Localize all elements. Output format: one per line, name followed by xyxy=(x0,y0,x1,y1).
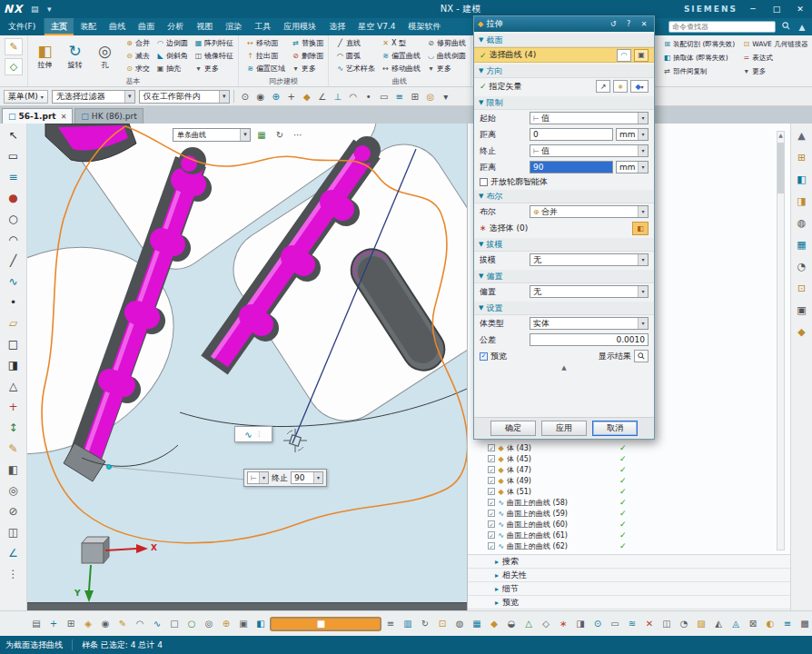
visibility-checkbox-icon[interactable]: ✓ xyxy=(488,466,495,473)
mini-selection-toolbar[interactable]: ∿ ⋮ xyxy=(234,426,272,442)
bb-datum-icon[interactable]: ◇ xyxy=(539,617,553,631)
ok-button[interactable]: 确定 xyxy=(490,421,536,436)
circle-icon[interactable]: ○ xyxy=(4,208,24,229)
mirror-feature-button[interactable]: ◫ 镜像特征 xyxy=(192,49,236,62)
visibility-checkbox-icon[interactable]: ✓ xyxy=(488,542,495,550)
bb-spline-icon[interactable]: ∿ xyxy=(150,617,164,631)
interpart-copy-button[interactable]: ⇄ 部件间复制 xyxy=(660,64,738,78)
mid-point-icon[interactable]: ⊕ xyxy=(269,89,283,104)
csys-icon[interactable]: + xyxy=(4,396,24,417)
dialog-collapse-arrow[interactable]: ▲ xyxy=(474,364,654,373)
bb-box-icon[interactable]: □ xyxy=(167,617,182,631)
bb-plus-icon[interactable]: + xyxy=(46,617,61,631)
boolean-dropdown[interactable]: ⊕ 合并 ▾ xyxy=(530,205,649,218)
orient-view-icon[interactable]: ◔ xyxy=(794,258,810,274)
curve-select-icon[interactable]: ◠ xyxy=(617,49,631,62)
bb-circle-icon[interactable]: ○ xyxy=(184,617,199,631)
offset-dropdown[interactable]: 无 ▾ xyxy=(530,285,649,298)
expand-arrow-icon[interactable]: ▸ xyxy=(495,599,499,607)
line-icon[interactable]: ╱ xyxy=(4,250,24,271)
bb-shade-icon[interactable]: ◍ xyxy=(452,617,467,631)
intersect-button[interactable]: ⊙ 求交 xyxy=(123,62,153,74)
viewport-canvas[interactable] xyxy=(27,124,467,602)
datum-plane-button[interactable]: ◇ xyxy=(5,58,23,75)
visibility-checkbox-icon[interactable]: ✓ xyxy=(488,510,495,517)
intersection-icon[interactable]: + xyxy=(284,89,299,104)
visibility-checkbox-icon[interactable]: ✓ xyxy=(488,520,495,528)
region-select-icon[interactable]: ▣ xyxy=(634,49,649,62)
specify-vector-row[interactable]: ✓ 指定矢量 ↗ ∗ ◆▾ xyxy=(474,78,654,94)
select-curve-row[interactable]: ✓ 选择曲线 (4) ◠ ▣ xyxy=(474,47,654,63)
draft-dropdown[interactable]: 无 ▾ xyxy=(530,253,649,266)
curve-blend-button[interactable]: ◡ 曲线倒圆 xyxy=(424,49,469,62)
bb-cone-icon[interactable]: △ xyxy=(521,617,536,631)
offset-region-button[interactable]: ≋ 偏置区域 xyxy=(243,62,288,74)
move-face-button[interactable]: ↔ 移动面 xyxy=(243,36,288,49)
dialog-reset-icon[interactable]: ↺ xyxy=(607,20,619,28)
bb-hole-icon[interactable]: ◎ xyxy=(202,617,216,631)
trim-icon[interactable]: ⊘ xyxy=(4,500,24,521)
replace-face-button[interactable]: ⇄ 替换面 xyxy=(289,36,326,49)
shaded-view-icon[interactable]: ◨ xyxy=(794,193,810,209)
vector-dialog-icon[interactable]: ↗ xyxy=(596,80,610,93)
subtract-button[interactable]: ⊖ 减去 xyxy=(123,49,153,62)
part-tab-hk-86[interactable]: □ HK (86).prt xyxy=(74,108,143,124)
sphere-icon[interactable]: ● xyxy=(4,187,24,208)
details-panel[interactable]: ▸ 细节 xyxy=(468,582,790,596)
perpendicular-icon[interactable]: ⊥ xyxy=(331,89,345,104)
delete-face-button[interactable]: ⊘ 删除面 xyxy=(289,49,326,62)
visibility-checkbox-icon[interactable]: ✓ xyxy=(488,531,495,539)
bb-clock-icon[interactable]: ◔ xyxy=(677,617,691,631)
visibility-checkbox-icon[interactable]: ✓ xyxy=(488,455,495,462)
bb-sketch-icon[interactable]: ▤ xyxy=(29,617,44,631)
window-view-icon[interactable]: ▣ xyxy=(794,302,810,318)
end-point-icon[interactable]: ◉ xyxy=(253,89,268,104)
bb-half-icon[interactable]: ◒ xyxy=(504,617,519,631)
shell-button[interactable]: ▣ 抽壳 xyxy=(153,62,191,74)
arc-snap-icon[interactable]: ◠ xyxy=(346,89,361,104)
tree-node-curve-62[interactable]: ✓ ∿ 曲面上的曲线 (62) ✓ xyxy=(488,540,688,551)
bb-target-icon[interactable]: ◉ xyxy=(98,617,113,631)
graphics-viewport[interactable]: 单条曲线 ▾ ▦ ↻ ⋯ ∿ ⋮ ⊢ ▾ xyxy=(27,124,467,602)
menu-tab-select[interactable]: 选择 xyxy=(322,18,352,35)
menu-tab-surface[interactable]: 曲面 xyxy=(132,18,161,35)
move-curve-button[interactable]: ↔ 移动曲线 xyxy=(379,62,423,74)
more-right-button[interactable]: ▾ 更多 xyxy=(739,64,810,78)
bb-shell-icon[interactable]: ▣ xyxy=(236,617,251,631)
preview-panel[interactable]: ▸ 预览 xyxy=(468,596,790,609)
unite-button[interactable]: ⊕ 合并 xyxy=(123,36,153,49)
bb-active-tool-icon[interactable]: ■ xyxy=(271,618,381,630)
bb-cyl-icon[interactable]: ◨ xyxy=(573,617,588,631)
tree-node-body-51[interactable]: ✓ ◆ 体 (51) ✓ xyxy=(488,486,688,497)
grid-view-icon[interactable]: ▦ xyxy=(794,236,810,253)
menu-tab-xingkong[interactable]: 星空 V7.4 xyxy=(352,18,401,35)
measure-icon[interactable]: ∠ xyxy=(4,542,24,563)
expand-arrow-icon[interactable]: ▸ xyxy=(495,558,499,566)
section-header-offset[interactable]: ▼ 偏置 xyxy=(474,270,654,283)
bb-pattern-icon[interactable]: ▦ xyxy=(470,617,484,631)
grid-snap-icon[interactable]: ⊞ xyxy=(408,89,422,104)
start-distance-field[interactable]: 0 xyxy=(530,128,613,141)
pattern-feature-button[interactable]: ▦ 阵列特征 xyxy=(192,36,236,49)
render-style-icon[interactable]: ◍ xyxy=(794,214,810,231)
layers-icon[interactable]: ≡ xyxy=(4,166,24,187)
extrude-icon[interactable]: ◧ xyxy=(4,459,24,480)
bb-extrude-icon[interactable]: ◧ xyxy=(253,617,268,631)
curve-rule-dropdown[interactable]: 单条曲线 ▾ xyxy=(173,128,251,142)
dialog-close-icon[interactable]: ✕ xyxy=(638,20,650,28)
cylinder-icon[interactable]: ◨ xyxy=(4,354,24,375)
dependencies-panel[interactable]: ▸ 相关性 xyxy=(468,569,790,582)
tree-node-curve-61[interactable]: ✓ ∿ 曲面上的曲线 (61) ✓ xyxy=(488,530,688,540)
arc-icon[interactable]: ◠ xyxy=(4,229,24,250)
more-tools-icon[interactable]: ⋮ xyxy=(4,563,24,584)
angle-snap-icon[interactable]: ∠ xyxy=(315,89,330,104)
end-distance-field[interactable]: 90 xyxy=(530,161,613,173)
cone-icon[interactable]: △ xyxy=(4,375,24,396)
section-header-section[interactable]: ▼ 截面 xyxy=(474,34,654,47)
section-view-icon[interactable]: ◧ xyxy=(794,171,810,187)
more-snap-icon[interactable]: ▾ xyxy=(439,89,453,104)
menu-tab-curve[interactable]: 曲线 xyxy=(103,18,132,35)
view-cube-icon[interactable]: ⊞ xyxy=(794,149,810,165)
bb-arc-icon[interactable]: ◠ xyxy=(133,617,147,631)
more-feature-button[interactable]: ▾ 更多 xyxy=(192,62,236,74)
